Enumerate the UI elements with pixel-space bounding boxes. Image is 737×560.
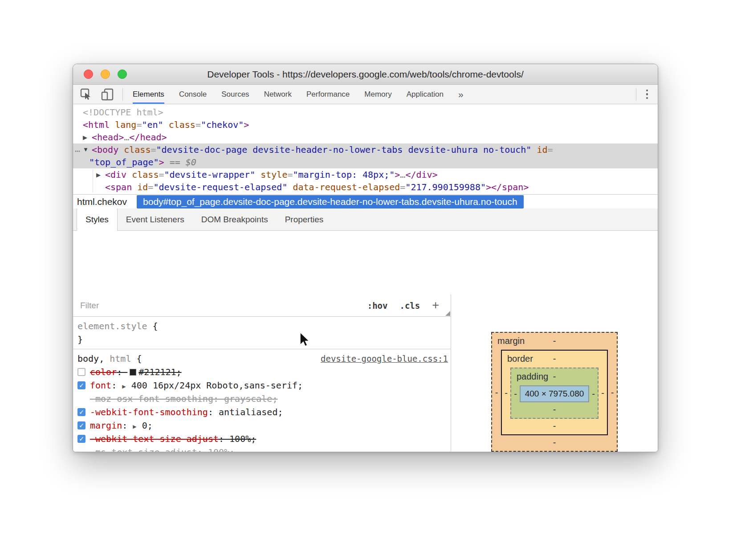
css-property-moz-font-smoothing[interactable]: -moz-osx-font-smoothing: grayscale; xyxy=(73,392,451,405)
tab-properties[interactable]: Properties xyxy=(277,208,332,230)
toggle-class-button[interactable]: .cls xyxy=(399,301,420,311)
new-style-rule-button[interactable]: + xyxy=(432,298,439,312)
devtools-menu-icon[interactable] xyxy=(646,90,648,99)
toggle-hover-state-button[interactable]: :hov xyxy=(367,301,388,311)
box-model-border[interactable]: border - - padding - xyxy=(501,350,608,435)
css-property-ms-text-size-adjust[interactable]: -ms-text-size-adjust: 100%; xyxy=(73,446,451,452)
resize-corner-handle[interactable] xyxy=(445,311,450,316)
property-checkbox[interactable]: ✓ xyxy=(77,381,86,389)
border-left-value[interactable]: - xyxy=(502,388,510,398)
dom-node-doctype[interactable]: <!DOCTYPE html> xyxy=(73,106,658,119)
tab-application[interactable]: Application xyxy=(407,85,444,104)
sidebar-tabs: Styles Event Listeners DOM Breakpoints P… xyxy=(73,208,658,231)
css-property-font[interactable]: ✓font: ▶ 400 16px/24px Roboto,sans-serif… xyxy=(73,379,451,392)
css-property-webkit-text-size-adjust[interactable]: ✓-webkit-text-size-adjust: 100%; xyxy=(73,432,451,446)
closing-brace: } xyxy=(77,334,83,345)
dom-node-div-wrapper[interactable]: ▶<div class="devsite-wrapper" style="mar… xyxy=(73,168,658,181)
tab-styles[interactable]: Styles xyxy=(77,208,118,231)
selector-body-html[interactable]: body, html { xyxy=(77,353,142,364)
tab-console[interactable]: Console xyxy=(179,85,207,104)
css-property-webkit-font-smoothing[interactable]: ✓-webkit-font-smoothing: antialiased; xyxy=(73,405,451,419)
styles-filter-input[interactable]: Filter xyxy=(80,301,99,311)
title-bar: Developer Tools - https://developers.goo… xyxy=(73,64,658,85)
tab-elements[interactable]: Elements xyxy=(133,85,164,104)
property-checkbox[interactable] xyxy=(77,368,86,376)
inspect-element-icon[interactable] xyxy=(80,88,92,100)
padding-top-value[interactable]: - xyxy=(553,372,556,382)
border-bottom-value[interactable]: - xyxy=(553,421,556,431)
css-property-color[interactable]: color: #212121; xyxy=(73,365,451,379)
padding-left-value[interactable]: - xyxy=(511,389,520,399)
minimize-window-button[interactable] xyxy=(101,69,110,79)
box-model-margin[interactable]: margin - - border - - xyxy=(491,332,618,452)
tab-performance[interactable]: Performance xyxy=(306,85,350,104)
margin-right-value[interactable]: - xyxy=(608,388,617,398)
padding-right-value[interactable]: - xyxy=(589,389,598,399)
tab-event-listeners[interactable]: Event Listeners xyxy=(118,208,193,230)
styles-pane: Filter :hov .cls + element.style { } bod… xyxy=(73,294,451,452)
zoom-window-button[interactable] xyxy=(118,69,127,79)
property-checkbox[interactable]: ✓ xyxy=(77,421,86,429)
box-model-padding[interactable]: padding - - 400 × 7975.080 - - xyxy=(510,368,599,419)
collapse-icon[interactable]: ▼ xyxy=(83,146,89,153)
close-window-button[interactable] xyxy=(84,69,93,79)
selector-element-style[interactable]: element.style { xyxy=(73,319,451,333)
gutter-more-icon[interactable]: … xyxy=(75,143,80,154)
devtools-toolbar: Elements Console Sources Network Perform… xyxy=(73,85,658,104)
property-checkbox[interactable]: ✓ xyxy=(77,435,86,443)
devtools-window: Developer Tools - https://developers.goo… xyxy=(73,64,658,452)
toolbar-separator xyxy=(636,88,636,101)
rule-element-style: element.style { } xyxy=(73,317,451,349)
tab-memory[interactable]: Memory xyxy=(364,85,391,104)
margin-bottom-value[interactable]: - xyxy=(553,437,556,448)
margin-left-value[interactable]: - xyxy=(492,388,501,398)
rule-body-html: body, html { devsite-google-blue.css:1 c… xyxy=(73,349,451,452)
box-model-content[interactable]: 400 × 7975.080 xyxy=(520,385,589,402)
expand-icon[interactable]: ▶ xyxy=(83,134,92,141)
stylesheet-link[interactable]: devsite-google-blue.css:1 xyxy=(321,354,448,364)
padding-label: padding xyxy=(517,372,548,382)
breadcrumb-body-selected[interactable]: body#top_of_page.devsite-doc-page.devsit… xyxy=(137,195,524,208)
margin-label: margin xyxy=(497,336,525,346)
css-property-margin[interactable]: ✓margin: ▶ 0; xyxy=(73,419,451,432)
window-title: Developer Tools - https://developers.goo… xyxy=(73,64,658,85)
dom-node-body-selected[interactable]: … ▼ <body class="devsite-doc-page devsit… xyxy=(73,143,658,168)
more-tabs-chevron-icon[interactable]: » xyxy=(458,85,464,104)
padding-bottom-value[interactable]: - xyxy=(553,405,556,415)
dom-tree: <!DOCTYPE html> <html lang="en" class="c… xyxy=(73,104,658,194)
tab-sources[interactable]: Sources xyxy=(221,85,249,104)
dom-node-head[interactable]: ▶<head>…</head> xyxy=(73,131,658,143)
panel-tabs: Elements Console Sources Network Perform… xyxy=(133,85,464,104)
tab-network[interactable]: Network xyxy=(264,85,292,104)
margin-top-value[interactable]: - xyxy=(553,336,556,346)
dom-node-html[interactable]: <html lang="en" class="chekov"> xyxy=(73,119,658,131)
dom-node-span-elapsed[interactable]: <span id="devsite-request-elapsed" data-… xyxy=(73,181,658,193)
styles-filter-bar: Filter :hov .cls + xyxy=(73,294,451,317)
breadcrumb-html[interactable]: html.chekov xyxy=(77,196,127,207)
border-right-value[interactable]: - xyxy=(599,388,607,398)
indent-guide xyxy=(93,169,93,192)
border-top-value[interactable]: - xyxy=(553,354,556,364)
tab-dom-breakpoints[interactable]: DOM Breakpoints xyxy=(193,208,277,230)
device-toolbar-icon[interactable] xyxy=(101,88,114,101)
expand-icon[interactable]: ▶ xyxy=(96,172,105,178)
border-label: border xyxy=(507,354,533,364)
toolbar-separator xyxy=(122,88,123,101)
property-checkbox[interactable]: ✓ xyxy=(77,408,86,416)
mouse-cursor xyxy=(299,332,311,348)
breadcrumb: html.chekov body#top_of_page.devsite-doc… xyxy=(73,194,658,208)
computed-pane: margin - - border - - xyxy=(451,294,658,452)
